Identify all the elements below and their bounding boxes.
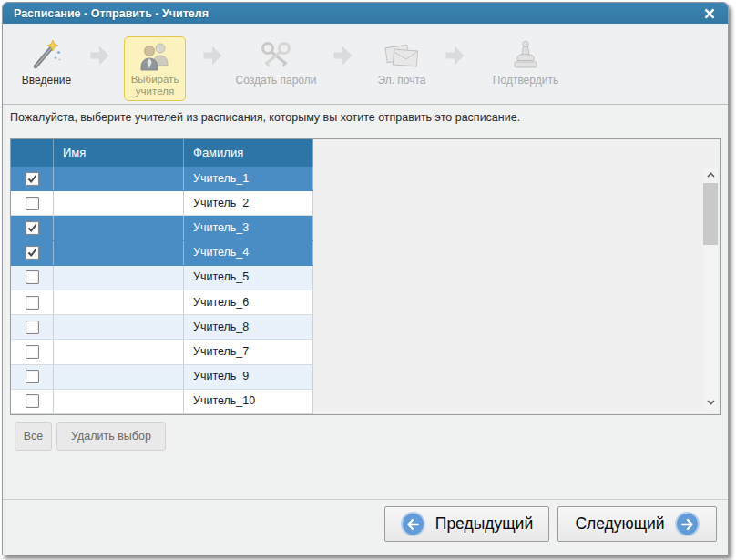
row-first-name: [54, 191, 184, 215]
footer-divider: [3, 499, 728, 500]
next-label: Следующий: [575, 514, 664, 534]
column-header-last-name: Фамилия: [184, 139, 313, 167]
row-checkbox[interactable]: [26, 296, 39, 310]
row-checkbox[interactable]: [26, 221, 39, 235]
row-last-name: Учитель_10: [184, 390, 313, 413]
table-row[interactable]: Учитель_5: [11, 266, 313, 290]
row-checkbox-cell: [11, 315, 54, 339]
row-last-name: Учитель_1: [184, 167, 313, 190]
table-row[interactable]: Учитель_7: [11, 340, 313, 364]
step-arrow-icon: [445, 44, 465, 71]
wizard-step-introduction[interactable]: Введение: [5, 35, 88, 87]
row-first-name: [54, 216, 184, 239]
row-last-name: Учитель_9: [184, 365, 313, 389]
row-last-name: Учитель_4: [184, 241, 313, 265]
select-all-button[interactable]: Все: [15, 422, 52, 451]
row-checkbox[interactable]: [26, 172, 39, 186]
step-arrow-icon: [89, 44, 110, 71]
table-row[interactable]: Учитель_6: [11, 290, 313, 315]
wizard-step-label: Эл. почта: [358, 75, 445, 87]
row-first-name: [54, 290, 184, 314]
row-last-name: Учитель_8: [184, 315, 313, 339]
row-checkbox[interactable]: [26, 370, 39, 383]
instruction-text: Пожалуйста, выберите учителей из расписа…: [10, 111, 520, 124]
wizard-step-create-passwords: Создать пароли: [232, 35, 320, 87]
email-icon: [358, 35, 445, 71]
step-arrow-icon: [202, 44, 223, 71]
row-last-name: Учитель_7: [184, 340, 313, 363]
column-header-first-name: Имя: [54, 139, 184, 167]
wizard-step-label: Создать пароли: [232, 75, 320, 87]
row-first-name: [54, 340, 184, 363]
row-last-name: Учитель_2: [184, 191, 313, 215]
wizard-step-confirm: Подтвердить: [480, 35, 571, 87]
row-checkbox-cell: [11, 340, 54, 363]
stamp-icon: [480, 35, 571, 71]
row-checkbox-cell: [11, 216, 54, 239]
wizard-step-label: Введение: [5, 75, 88, 87]
row-checkbox[interactable]: [26, 345, 39, 359]
wizard-steps: ВведениеВыбирать учителяСоздать паролиЭл…: [3, 24, 728, 105]
row-checkbox-cell: [11, 191, 54, 215]
row-first-name: [54, 390, 184, 413]
table-header: Имя Фамилия: [11, 139, 313, 167]
table-row[interactable]: Учитель_3: [11, 216, 313, 240]
row-first-name: [54, 315, 184, 339]
table-row[interactable]: Учитель_8: [11, 315, 313, 340]
table-body: Учитель_1Учитель_2Учитель_3Учитель_4Учит…: [11, 167, 313, 414]
table-row[interactable]: Учитель_10: [11, 390, 313, 414]
wizard-step-email: Эл. почта: [358, 35, 445, 87]
row-first-name: [54, 241, 184, 265]
dialog-title: Расписание - Отправить - Учителя: [3, 7, 209, 20]
arrow-right-circle-icon: [675, 512, 700, 536]
column-header-checkbox: [11, 139, 54, 167]
table-row[interactable]: Учитель_9: [11, 365, 313, 390]
chevron-up-icon[interactable]: [703, 168, 718, 181]
table-row[interactable]: Учитель_4: [11, 241, 313, 266]
row-first-name: [54, 266, 184, 290]
vertical-scrollbar[interactable]: [703, 168, 718, 410]
row-last-name: Учитель_6: [184, 290, 313, 314]
passwords-icon: [232, 35, 320, 71]
row-checkbox[interactable]: [26, 197, 39, 210]
wizard-step-label: Подтвердить: [480, 75, 571, 87]
row-checkbox-cell: [11, 266, 54, 290]
row-checkbox-cell: [11, 167, 54, 190]
row-checkbox-cell: [11, 241, 54, 265]
row-last-name: Учитель_5: [184, 266, 313, 290]
row-checkbox[interactable]: [26, 270, 39, 284]
chevron-down-icon[interactable]: [703, 396, 718, 409]
row-checkbox-cell: [11, 390, 54, 413]
clear-selection-button[interactable]: Удалить выбор: [56, 422, 166, 451]
send-schedule-dialog: Расписание - Отправить - Учителя Введени…: [2, 2, 729, 555]
teachers-icon: [125, 40, 185, 71]
wizard-step-select-teachers[interactable]: Выбирать учителя: [124, 36, 186, 101]
row-checkbox[interactable]: [26, 246, 39, 260]
row-checkbox[interactable]: [26, 321, 39, 334]
row-first-name: [54, 365, 184, 389]
dialog-titlebar[interactable]: Расписание - Отправить - Учителя: [3, 3, 728, 24]
arrow-left-circle-icon: [401, 512, 425, 536]
row-checkbox-cell: [11, 365, 54, 389]
row-first-name: [54, 167, 184, 190]
step-arrow-icon: [332, 44, 353, 71]
table-row[interactable]: Учитель_2: [11, 191, 313, 216]
row-checkbox-cell: [11, 290, 54, 314]
previous-label: Предыдущий: [435, 514, 533, 534]
previous-button[interactable]: Предыдущий: [384, 506, 549, 542]
teacher-table-panel: Имя Фамилия Учитель_1Учитель_2Учитель_3У…: [10, 138, 721, 415]
row-last-name: Учитель_3: [184, 216, 313, 239]
table-row[interactable]: Учитель_1: [11, 167, 313, 191]
next-button[interactable]: Следующий: [557, 506, 717, 542]
scrollbar-thumb[interactable]: [703, 183, 718, 245]
wizard-step-label: Выбирать учителя: [125, 74, 185, 97]
magic-wand-icon: [5, 35, 88, 71]
row-checkbox[interactable]: [26, 394, 39, 408]
close-x-icon[interactable]: [703, 7, 716, 20]
